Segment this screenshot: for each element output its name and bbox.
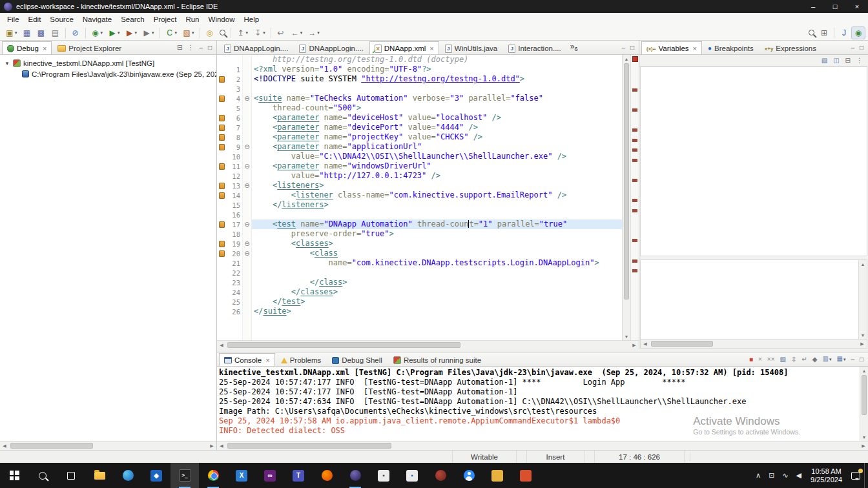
remove-all-launches-button[interactable]: ×× [767,355,775,364]
close-tab-button[interactable]: × [43,45,46,52]
task-marker-icon[interactable] [219,134,225,141]
display-selected-console-button[interactable]: ▥▾ [822,354,831,364]
maximize-window-button[interactable]: □ [824,0,846,13]
close-tab-button[interactable]: × [265,356,269,364]
maximize-view-button[interactable]: □ [630,43,634,52]
overview-mark[interactable] [632,159,637,162]
scroll-track[interactable] [862,375,867,432]
code-editor[interactable]: http://testng.org/testng-1.0.dtd (doctyp… [252,55,622,340]
debug-button[interactable]: ◉▾ [88,26,106,39]
scroll-thumb[interactable] [10,443,93,449]
overview-mark[interactable] [632,259,637,263]
show-logical-structures-button[interactable]: ◫ [833,56,839,65]
task-marker-icon[interactable] [219,163,225,170]
collapse-fold-icon[interactable]: ⊖ [244,221,249,228]
overview-mark[interactable] [632,128,637,132]
task-marker-icon[interactable] [219,250,225,257]
print-button[interactable]: ▤ [48,26,63,39]
collapse-all-button[interactable]: ⊟ [177,43,182,52]
search-button[interactable] [806,26,817,39]
save-all-button[interactable]: ▩ [34,26,48,39]
maximize-view-button[interactable]: □ [860,355,863,364]
forward-button[interactable]: →▾ [305,26,322,39]
overview-ruler[interactable] [630,55,639,340]
close-tab-button[interactable]: × [429,45,433,52]
app-red-button[interactable] [512,463,540,488]
tab-breakpoints[interactable]: ●Breakpoints [703,41,759,55]
scroll-right-button[interactable]: ▶ [859,442,868,450]
minimize-view-button[interactable]: – [199,43,203,52]
scroll-right-button[interactable]: ▶ [630,341,639,349]
skip-breakpoints-button[interactable]: ⊘ [68,26,83,39]
folding-ruler[interactable]: ⊖⊖⊖⊖⊖⊖⊖ [243,55,252,340]
tab-expressions[interactable]: x+yExpressions [760,41,822,55]
debug-perspective-button[interactable]: ◉ [851,26,865,39]
tab-project-explorer[interactable]: Project Explorer [52,41,127,55]
annotation-ruler[interactable] [217,55,227,340]
new-wizard-button[interactable]: ▣▾ [3,26,20,39]
collapse-fold-icon[interactable]: ⊖ [244,96,249,102]
minimize-view-button[interactable]: – [851,355,854,364]
scroll-track[interactable] [624,63,629,332]
save-button[interactable]: ▦ [20,26,34,39]
minimize-window-button[interactable]: – [802,0,824,13]
variables-detail-content[interactable] [641,260,858,339]
task-marker-icon[interactable] [219,241,225,247]
collapse-fold-icon[interactable]: ⊖ [244,144,249,150]
overview-mark[interactable] [632,199,637,202]
view-menu-button[interactable]: ⋮ [856,56,863,65]
overview-mark[interactable] [632,148,637,152]
tab-dnaapp-xml[interactable]: DNAapp.xml× [369,41,439,55]
menu-edit[interactable]: Edit [24,13,46,25]
tab-problems[interactable]: Problems [276,353,327,367]
search-dialog-button[interactable] [217,26,228,39]
scroll-thumb[interactable] [227,342,460,348]
tab-winutils-java[interactable]: WinUtils.java [440,41,502,55]
tab-results-of-running-suite[interactable]: Results of running suite [388,353,486,367]
menu-navigate[interactable]: Navigate [78,13,116,25]
open-console-button[interactable]: ▦▾ [836,354,845,364]
scroll-down-button[interactable]: ▼ [623,332,630,340]
editor-vscrollbar[interactable]: ▲ ▼ [622,55,630,340]
collapse-fold-icon[interactable]: ⊖ [244,241,249,247]
debug-tree[interactable]: ▾kinective_testxml.DNAapp.xml [TestNG]C:… [0,55,216,441]
clear-console-button[interactable]: ▧ [780,355,786,364]
scroll-thumb[interactable] [624,63,629,300]
java-perspective-button[interactable]: J [837,26,851,39]
open-perspective-button[interactable]: ⊞ [817,26,831,39]
last-edit-location-button[interactable]: ↩ [274,26,288,39]
task-view-button[interactable] [57,463,85,488]
tree-item-kinective-testxml-dnaapp-xml-t[interactable]: ▾kinective_testxml.DNAapp.xml [TestNG] [0,57,216,68]
scroll-track[interactable] [227,443,858,449]
scroll-left-button[interactable]: ◀ [217,341,226,349]
detail-hscrollbar[interactable]: ◀ ▶ [641,339,867,348]
scroll-thumb[interactable] [227,443,391,449]
open-type-button[interactable]: ◎ [203,26,217,39]
task-marker-icon[interactable] [219,96,225,102]
task-marker-icon[interactable] [219,76,225,83]
maximize-view-button[interactable]: □ [860,43,863,52]
terminate-button[interactable]: ■ [749,355,753,364]
tree-item-c-program-files-java-jdk-23-bi[interactable]: C:\Program Files\Java\jdk-23\bin\javaw.e… [0,68,216,79]
edge-button[interactable] [114,463,142,488]
chrome-button[interactable] [199,463,227,488]
maximize-view-button[interactable]: □ [208,43,212,52]
collapse-fold-icon[interactable]: ⊖ [244,183,249,189]
overview-mark[interactable] [632,139,637,142]
close-tab-button[interactable]: × [693,45,697,52]
taskbar-search-button[interactable] [28,463,57,488]
scroll-track[interactable] [860,269,865,330]
tab-dnaapplogin[interactable]: DNAappLogin.... [294,41,368,55]
file-explorer-button[interactable] [85,463,114,488]
tab-interaction[interactable]: Interaction.... [503,41,566,55]
scroll-thumb[interactable] [651,341,713,347]
terminal-button[interactable]: >_ [170,463,199,488]
console-vscrollbar[interactable]: ▲ ▼ [860,367,868,441]
action-center-button[interactable] [847,463,864,488]
previous-annotation-button[interactable]: ↥▾ [234,26,251,39]
view-menu-button[interactable]: ⋮ [187,43,194,52]
volume-tray-icon[interactable]: ◀ [792,471,805,480]
collapse-fold-icon[interactable]: ⊖ [244,163,249,170]
teams-button[interactable]: T [284,463,313,488]
run-button[interactable]: ▶▾ [105,26,123,39]
